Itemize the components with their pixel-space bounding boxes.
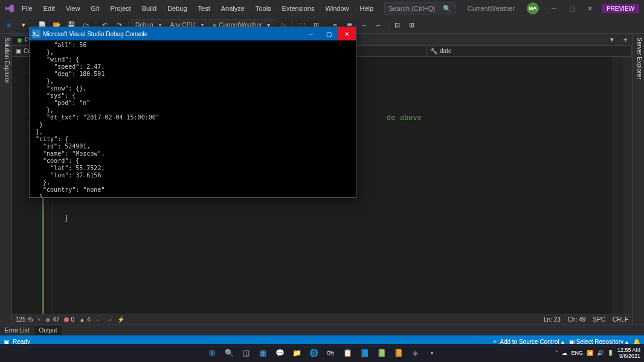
tab-solution-explorer[interactable]: Solution Explorer bbox=[4, 37, 10, 321]
console-close[interactable]: ✕ bbox=[338, 27, 356, 40]
menu-debug[interactable]: Debug bbox=[163, 2, 192, 14]
user-badge[interactable]: MA bbox=[527, 2, 539, 14]
console-titlebar[interactable]: Microsoft Visual Studio Debug Console ─ … bbox=[30, 27, 356, 40]
menu-extensions[interactable]: Extensions bbox=[277, 2, 320, 14]
close-button[interactable]: ✕ bbox=[581, 0, 599, 17]
indent-icon[interactable]: → bbox=[358, 19, 371, 32]
console-icon bbox=[32, 30, 40, 38]
nav-fwd-button[interactable]: ▾ bbox=[17, 19, 30, 32]
search-icon: 🔍 bbox=[443, 5, 451, 13]
taskapp-icon[interactable]: 📋 bbox=[340, 346, 355, 360]
powerpoint-icon[interactable]: 📙 bbox=[391, 346, 405, 360]
tray-wifi-icon[interactable]: 📶 bbox=[587, 350, 593, 356]
start-button[interactable]: ⊞ bbox=[205, 346, 219, 360]
excel-icon[interactable]: 📗 bbox=[374, 346, 388, 360]
csharp-file-icon: ▣ bbox=[17, 37, 22, 43]
menu-build[interactable]: Build bbox=[137, 2, 161, 14]
menu-edit[interactable]: Edit bbox=[39, 2, 60, 14]
left-tool-tabs: Solution Explorer Class View Resource Vi… bbox=[0, 34, 12, 325]
zoom-level[interactable]: 125 % bbox=[16, 316, 33, 323]
editor-dropdown-icon[interactable]: ▾ bbox=[605, 33, 619, 46]
console-title-text: Microsoft Visual Studio Debug Console bbox=[43, 31, 147, 37]
system-tray: ˄ ☁ ENG 📶 🔊 🔋 12:55 AM 9/6/2021 bbox=[555, 347, 640, 359]
menu-window[interactable]: Window bbox=[320, 2, 353, 14]
tool-icon-4[interactable]: ⊞ bbox=[405, 19, 419, 32]
widgets-icon[interactable]: ▦ bbox=[256, 346, 270, 360]
nav-member[interactable]: 🔧date bbox=[427, 46, 632, 56]
prev-issue-icon[interactable]: ← bbox=[95, 316, 101, 323]
error-count[interactable]: 0 bbox=[64, 316, 74, 323]
main-menu: File Edit View Git Project Build Debug T… bbox=[17, 2, 378, 14]
explorer-icon[interactable]: 📁 bbox=[289, 346, 304, 360]
word-icon[interactable]: 📘 bbox=[357, 346, 372, 360]
indent-mode[interactable]: SPC bbox=[593, 316, 605, 323]
warning-count[interactable]: ▲4 bbox=[79, 316, 90, 323]
task-view-icon[interactable]: ◫ bbox=[239, 346, 253, 360]
tool-icon-3[interactable]: ⊡ bbox=[391, 19, 404, 32]
outdent-icon[interactable]: ← bbox=[372, 19, 385, 32]
caret-col: Ch: 49 bbox=[568, 316, 585, 323]
menu-help[interactable]: Help bbox=[355, 2, 379, 14]
tray-onedrive-icon[interactable]: ☁ bbox=[562, 350, 567, 356]
console-output[interactable]: "all": 56 }, "wind": { "speed": 2.47, "d… bbox=[30, 40, 356, 197]
debug-console-window: Microsoft Visual Studio Debug Console ─ … bbox=[29, 27, 356, 198]
menu-project[interactable]: Project bbox=[105, 2, 135, 14]
editor-add-icon[interactable]: ＋ bbox=[619, 33, 632, 46]
taskbar-chat-icon[interactable]: 💬 bbox=[272, 346, 287, 360]
tray-lang[interactable]: ENG bbox=[571, 350, 583, 356]
nav-back-button[interactable]: ◉ bbox=[2, 19, 16, 32]
vs-taskbar-icon[interactable]: ◈ bbox=[408, 346, 422, 360]
bottom-panel-tabs: Error List Output bbox=[0, 325, 644, 335]
menu-file[interactable]: File bbox=[17, 2, 37, 14]
tray-chevron-icon[interactable]: ˄ bbox=[555, 350, 558, 356]
tray-battery-icon[interactable]: 🔋 bbox=[607, 350, 614, 356]
maximize-button[interactable]: ▢ bbox=[563, 0, 581, 17]
tray-volume-icon[interactable]: 🔊 bbox=[597, 350, 604, 356]
windows-taskbar: ⊞ 🔍 ◫ ▦ 💬 📁 🌐 🛍 📋 📘 📗 📙 ◈ ▪ ˄ ☁ ENG 📶 🔊 … bbox=[0, 344, 644, 362]
taskbar-search-icon[interactable]: 🔍 bbox=[222, 346, 236, 360]
issue-count[interactable]: ◉47 bbox=[45, 316, 59, 323]
project-icon: ▣ bbox=[16, 48, 21, 54]
minimap[interactable] bbox=[611, 57, 623, 314]
vs-logo-icon bbox=[5, 4, 14, 13]
store-icon[interactable]: 🛍 bbox=[323, 346, 338, 360]
svg-rect-0 bbox=[32, 30, 40, 38]
solution-name: CurrentWeather bbox=[456, 5, 527, 12]
editor-status-strip: 125 % ▾ ◉47 0 ▲4 ← → ⚡ Ln: 23 Ch: 49 SPC… bbox=[12, 314, 632, 325]
console-minimize[interactable]: ─ bbox=[301, 27, 320, 40]
tab-error-list[interactable]: Error List bbox=[0, 326, 34, 335]
menu-git[interactable]: Git bbox=[86, 2, 104, 14]
menu-analyze[interactable]: Analyze bbox=[216, 2, 250, 14]
window-controls: MA ─ ▢ ✕ PREVIEW bbox=[527, 0, 642, 17]
edge-icon[interactable]: 🌐 bbox=[306, 346, 321, 360]
partial-comment: de above bbox=[387, 113, 422, 122]
lineending-mode[interactable]: CRLF bbox=[613, 316, 628, 323]
tray-clock[interactable]: 12:55 AM 9/6/2021 bbox=[617, 347, 640, 359]
vertical-scrollbar[interactable] bbox=[623, 57, 632, 314]
minimize-button[interactable]: ─ bbox=[545, 0, 563, 17]
terminal-icon[interactable]: ▪ bbox=[425, 346, 439, 360]
search-placeholder: Search (Ctrl+Q) bbox=[388, 5, 443, 12]
search-box[interactable]: Search (Ctrl+Q) 🔍 bbox=[384, 2, 456, 14]
next-issue-icon[interactable]: → bbox=[106, 316, 112, 323]
build-icon[interactable]: ⚡ bbox=[117, 316, 124, 323]
menu-view[interactable]: View bbox=[61, 2, 85, 14]
menu-test[interactable]: Test bbox=[193, 2, 215, 14]
console-maximize[interactable]: ▢ bbox=[320, 27, 338, 40]
menu-tools[interactable]: Tools bbox=[251, 2, 276, 14]
preview-badge: PREVIEW bbox=[602, 4, 639, 13]
title-bar: File Edit View Git Project Build Debug T… bbox=[0, 0, 644, 17]
wrench-icon: 🔧 bbox=[430, 48, 437, 54]
right-tool-tabs: Server Explorer Notifications Diagnostic… bbox=[632, 34, 644, 325]
tab-output[interactable]: Output bbox=[34, 326, 62, 335]
tab-server-explorer[interactable]: Server Explorer bbox=[636, 37, 643, 321]
caret-line: Ln: 23 bbox=[544, 316, 561, 323]
